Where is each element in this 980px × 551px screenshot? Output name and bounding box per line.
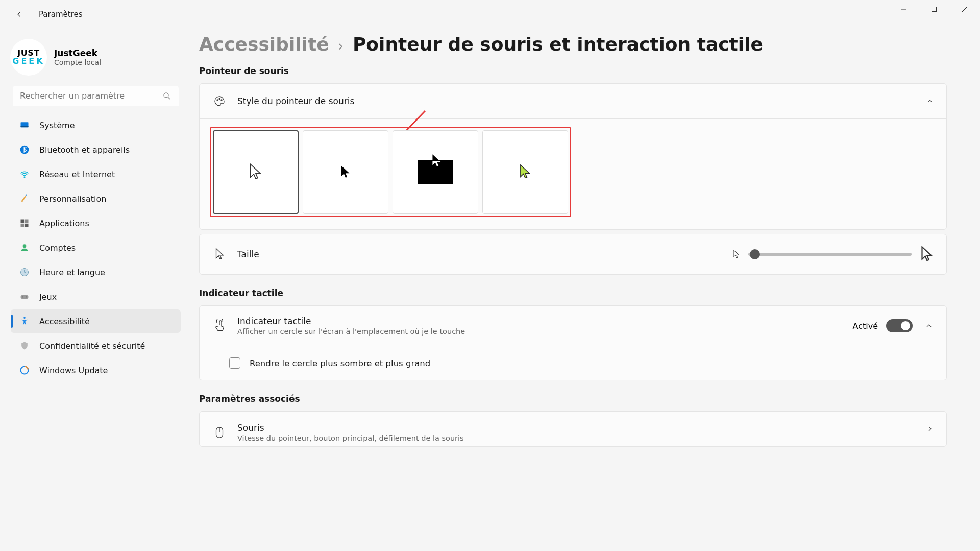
related-mouse-label: Souris <box>237 423 464 433</box>
maximize-icon <box>931 6 937 12</box>
breadcrumb-parent[interactable]: Accessibilité <box>199 34 329 55</box>
svg-rect-1 <box>932 7 937 12</box>
shield-icon <box>19 340 30 351</box>
paintbrush-icon <box>19 193 30 204</box>
sidebar-item-label: Jeux <box>39 292 57 302</box>
sidebar-item-update[interactable]: Windows Update <box>11 358 181 382</box>
svg-rect-16 <box>21 295 29 299</box>
pointer-style-label: Style du pointeur de souris <box>237 96 354 106</box>
title-bar: Paramètres <box>0 0 980 29</box>
user-block[interactable]: JUST GEEK JustGeek Compte local <box>8 34 184 86</box>
svg-point-14 <box>23 244 27 248</box>
section-title-related: Paramètres associés <box>199 394 947 404</box>
touch-toggle[interactable] <box>886 319 913 332</box>
window-controls <box>888 0 980 18</box>
pointer-style-white[interactable] <box>213 130 299 214</box>
size-slider-thumb[interactable] <box>750 249 760 259</box>
back-button[interactable] <box>10 5 29 23</box>
cursor-large-icon <box>920 246 933 263</box>
sidebar-item-label: Bluetooth et appareils <box>39 145 130 155</box>
sidebar-item-accounts[interactable]: Comptes <box>11 236 181 259</box>
pointer-style-card: Style du pointeur de souris <box>199 83 947 230</box>
sidebar-item-label: Confidentialité et sécurité <box>39 341 145 351</box>
palette-icon <box>213 95 226 107</box>
touch-row-title: Indicateur tactile <box>237 316 465 326</box>
size-slider-area <box>732 246 933 263</box>
pointer-size-card: Taille <box>199 234 947 275</box>
pointer-style-options <box>200 118 946 229</box>
svg-rect-12 <box>21 224 24 227</box>
pointer-style-custom[interactable] <box>482 130 568 214</box>
svg-point-4 <box>164 93 168 98</box>
close-button[interactable] <box>949 0 980 18</box>
sidebar-item-label: Personnalisation <box>39 194 106 204</box>
touch-indicator-header[interactable]: Indicateur tactile Afficher un cercle su… <box>200 306 946 346</box>
arrow-left-icon <box>15 10 24 19</box>
svg-point-19 <box>23 317 26 319</box>
chevron-up-icon <box>925 322 933 330</box>
size-slider[interactable] <box>748 253 912 256</box>
search-wrap <box>13 86 179 106</box>
sidebar-item-network[interactable]: Réseau et Internet <box>11 162 181 186</box>
clock-icon <box>19 267 30 278</box>
sidebar-item-label: Heure et langue <box>39 268 105 277</box>
pointer-style-inverted[interactable] <box>393 130 478 214</box>
cursor-icon <box>213 248 226 261</box>
close-icon <box>962 6 968 12</box>
touch-darker-label: Rendre le cercle plus sombre et plus gra… <box>250 358 430 368</box>
sidebar-item-label: Réseau et Internet <box>39 170 115 179</box>
chevron-up-icon <box>926 97 934 105</box>
monitor-icon <box>19 119 30 131</box>
sidebar-item-label: Comptes <box>39 243 76 253</box>
sidebar-item-bluetooth[interactable]: Bluetooth et appareils <box>11 138 181 161</box>
sidebar-item-privacy[interactable]: Confidentialité et sécurité <box>11 334 181 357</box>
apps-icon <box>19 218 30 229</box>
svg-point-23 <box>219 99 220 100</box>
svg-line-5 <box>168 97 170 99</box>
touch-darker-option[interactable]: Rendre le cercle plus sombre et plus gra… <box>200 346 946 380</box>
accessibility-icon <box>19 316 30 327</box>
app-title: Paramètres <box>39 10 83 19</box>
search-input[interactable] <box>13 86 179 106</box>
pointer-style-black[interactable] <box>303 130 388 214</box>
person-icon <box>19 242 30 253</box>
annotation-highlight-box <box>210 127 571 217</box>
sidebar-item-system[interactable]: Système <box>11 113 181 137</box>
touch-indicator-card: Indicateur tactile Afficher un cercle su… <box>199 305 947 380</box>
main-content: Accessibilité › Pointeur de souris et in… <box>184 29 980 551</box>
search-icon <box>162 91 172 101</box>
related-mouse-card[interactable]: Souris Vitesse du pointeur, bouton princ… <box>199 411 947 447</box>
sidebar-item-accessibility[interactable]: Accessibilité <box>11 309 181 333</box>
size-label: Taille <box>237 249 259 259</box>
section-title-touch: Indicateur tactile <box>199 288 947 298</box>
sidebar-item-personalization[interactable]: Personnalisation <box>11 187 181 210</box>
sidebar-item-label: Windows Update <box>39 366 108 375</box>
related-mouse-sub: Vitesse du pointeur, bouton principal, d… <box>237 434 464 442</box>
breadcrumb: Accessibilité › Pointeur de souris et in… <box>199 34 947 55</box>
avatar: JUST GEEK <box>10 39 47 76</box>
svg-point-9 <box>24 177 25 178</box>
minimize-button[interactable] <box>888 0 919 18</box>
wifi-icon <box>19 169 30 180</box>
touch-darker-checkbox[interactable] <box>229 357 240 369</box>
svg-rect-10 <box>21 220 24 223</box>
section-title-pointer: Pointeur de souris <box>199 66 947 76</box>
sidebar: JUST GEEK JustGeek Compte local Système <box>0 29 184 551</box>
nav: Système Bluetooth et appareils Réseau et… <box>8 113 184 382</box>
pointer-style-header[interactable]: Style du pointeur de souris <box>200 84 946 118</box>
toggle-knob <box>901 321 910 330</box>
sidebar-item-label: Accessibilité <box>39 317 90 326</box>
sidebar-item-time-language[interactable]: Heure et langue <box>11 260 181 284</box>
avatar-line2: GEEK <box>12 57 44 65</box>
sidebar-item-gaming[interactable]: Jeux <box>11 285 181 308</box>
sidebar-item-apps[interactable]: Applications <box>11 211 181 235</box>
bluetooth-icon <box>19 144 30 155</box>
maximize-button[interactable] <box>919 0 949 18</box>
svg-point-8 <box>20 146 29 154</box>
sidebar-item-label: Applications <box>39 219 89 228</box>
cursor-small-icon <box>732 249 740 259</box>
sidebar-item-label: Système <box>39 121 75 130</box>
touch-state-label: Activé <box>853 321 878 331</box>
touch-toggle-wrap: Activé <box>853 319 934 332</box>
svg-rect-13 <box>25 224 29 227</box>
